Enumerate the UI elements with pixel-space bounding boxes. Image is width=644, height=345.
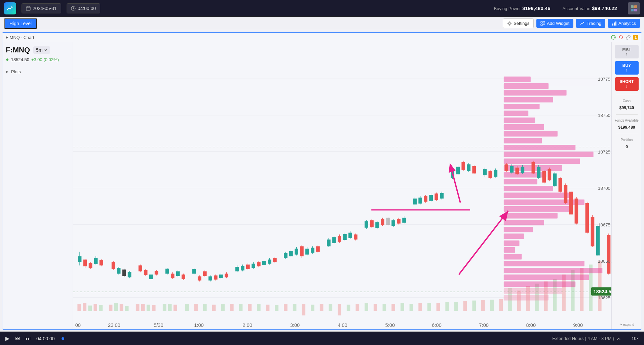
svg-rect-215 [365,221,368,228]
add-widget-button[interactable]: Add Widget [536,19,573,28]
svg-text:00: 00 [75,322,81,328]
svg-rect-69 [418,303,422,311]
chart-svg-container[interactable]: 00 23:00 5/30 1:00 2:00 3:00 4:00 5:00 6… [73,42,611,329]
svg-rect-52 [266,305,270,311]
buy-label: BUY [616,63,637,68]
svg-rect-10 [541,24,542,26]
timeframe-selector[interactable]: 5m [33,46,50,54]
svg-rect-287 [591,217,595,246]
svg-rect-195 [300,246,304,256]
svg-rect-31 [99,305,103,311]
expand-button[interactable]: expand [619,323,634,327]
svg-rect-115 [504,247,515,253]
svg-rect-36 [136,304,140,311]
svg-text:8:00: 8:00 [526,322,536,328]
svg-rect-90 [504,77,531,82]
refresh-icon[interactable] [611,35,616,40]
svg-rect-59 [329,304,332,311]
svg-rect-102 [504,159,580,164]
tab-high-level[interactable]: High Level [4,18,37,29]
short-arrow: ↓ [616,84,637,89]
svg-rect-125 [78,256,82,262]
svg-rect-39 [152,305,156,311]
svg-rect-241 [440,193,444,199]
svg-rect-175 [241,266,244,271]
svg-rect-145 [144,270,148,275]
time-label: 04:00:00 [78,6,96,11]
svg-text:18700.00: 18700.00 [598,186,611,191]
svg-rect-163 [203,271,207,276]
svg-rect-66 [391,304,395,311]
svg-rect-122 [504,295,548,300]
svg-rect-116 [504,254,522,259]
svg-rect-249 [467,164,470,171]
svg-text:18725.00: 18725.00 [598,149,611,155]
svg-rect-183 [262,261,266,265]
link-icon[interactable] [626,35,631,40]
bottom-time: 04:00:00 [36,336,55,341]
cash-value: $99,740 [619,105,634,110]
svg-rect-273 [548,169,552,180]
svg-rect-43 [185,304,189,311]
svg-rect-42 [174,305,177,311]
analytics-icon [612,21,617,26]
trading-icon [580,21,585,26]
next-button[interactable]: ⏭ [26,336,31,342]
playback-speed: 10x [632,336,639,341]
svg-rect-99 [504,138,542,143]
svg-rect-127 [83,260,87,266]
svg-rect-225 [391,220,395,226]
svg-rect-137 [117,268,121,274]
buy-button[interactable]: BUY ↑ [615,61,639,75]
avatar[interactable] [628,2,640,14]
analytics-button[interactable]: Analytics [608,19,640,28]
svg-rect-32 [109,305,113,311]
date-button[interactable]: 2024-05-31 [22,3,61,13]
svg-rect-63 [365,303,368,311]
svg-text:18524.50: 18524.50 [594,289,611,294]
svg-rect-29 [88,306,92,311]
svg-rect-239 [434,193,438,200]
analytics-label: Analytics [618,21,636,26]
trading-button[interactable]: Trading [576,19,605,28]
mkt-arrows: ↕ [616,52,637,56]
svg-rect-35 [125,306,129,311]
svg-rect-50 [248,304,252,311]
svg-rect-263 [515,168,519,174]
clock-icon [71,6,76,11]
short-button[interactable]: SHORT ↓ [615,77,639,91]
svg-text:18650.00: 18650.00 [598,259,611,264]
time-button[interactable]: 04:00:00 [67,3,101,13]
plots-section[interactable]: Plots [6,69,69,74]
svg-rect-96 [504,118,535,123]
sidebar-divider [616,95,638,95]
svg-rect-179 [252,264,255,268]
svg-rect-68 [410,304,413,311]
svg-rect-207 [338,236,341,242]
svg-rect-54 [284,304,288,311]
svg-rect-171 [225,274,228,277]
prev-button[interactable]: ⏮ [15,336,20,342]
svg-rect-118 [504,268,603,273]
svg-text:18625.00: 18625.00 [598,295,611,300]
svg-text:7:00: 7:00 [479,322,489,328]
mkt-button[interactable]: MKT ↕ [615,45,639,58]
svg-rect-70 [427,303,431,311]
sync-icon[interactable] [618,35,623,40]
price-row: ● 18524.50 +3.00 (0.02%) [6,56,69,62]
svg-rect-109 [504,206,571,212]
svg-rect-131 [94,258,98,264]
svg-rect-223 [386,218,390,225]
play-button[interactable]: ▶ [5,335,9,342]
svg-rect-217 [370,220,374,227]
chart-badge: 1 [633,35,638,40]
settings-button[interactable]: Settings [503,18,534,28]
svg-rect-75 [472,301,476,311]
svg-rect-157 [182,274,185,279]
svg-rect-169 [219,274,223,278]
svg-rect-112 [504,227,533,232]
svg-line-6 [73,8,74,9]
svg-rect-133 [100,260,103,265]
svg-rect-285 [585,203,589,233]
svg-rect-100 [504,145,575,150]
